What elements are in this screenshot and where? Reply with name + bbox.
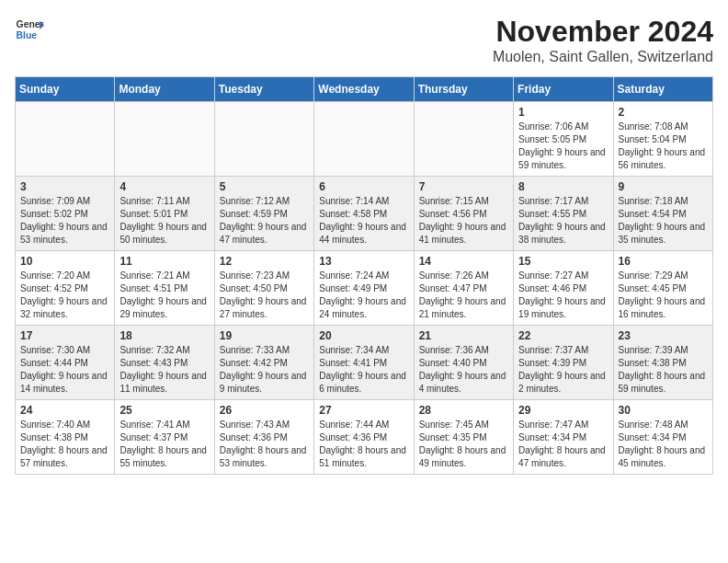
day-number: 21 xyxy=(419,329,508,342)
day-number: 2 xyxy=(619,106,708,119)
calendar-cell: 11Sunrise: 7:21 AM Sunset: 4:51 PM Dayli… xyxy=(115,251,214,326)
calendar-cell xyxy=(214,102,313,177)
calendar-cell: 20Sunrise: 7:34 AM Sunset: 4:41 PM Dayli… xyxy=(314,326,414,400)
calendar-cell: 23Sunrise: 7:39 AM Sunset: 4:38 PM Dayli… xyxy=(613,326,712,400)
day-number: 10 xyxy=(20,255,109,268)
month-title: November 2024 xyxy=(493,15,713,49)
day-info: Sunrise: 7:17 AM Sunset: 4:55 PM Dayligh… xyxy=(518,195,608,247)
day-info: Sunrise: 7:06 AM Sunset: 5:05 PM Dayligh… xyxy=(518,121,608,172)
week-row-1: 1Sunrise: 7:06 AM Sunset: 5:05 PM Daylig… xyxy=(16,102,713,177)
day-number: 29 xyxy=(518,404,608,417)
day-info: Sunrise: 7:30 AM Sunset: 4:44 PM Dayligh… xyxy=(20,344,109,396)
weekday-header-monday: Monday xyxy=(115,77,214,102)
calendar-cell: 26Sunrise: 7:43 AM Sunset: 4:36 PM Dayli… xyxy=(214,400,313,475)
calendar-cell: 27Sunrise: 7:44 AM Sunset: 4:36 PM Dayli… xyxy=(314,400,414,475)
calendar-cell: 9Sunrise: 7:18 AM Sunset: 4:54 PM Daylig… xyxy=(613,177,712,251)
calendar-cell xyxy=(314,102,414,177)
calendar-cell: 19Sunrise: 7:33 AM Sunset: 4:42 PM Dayli… xyxy=(214,326,313,400)
day-number: 1 xyxy=(518,106,608,119)
logo-icon: General Blue xyxy=(15,15,44,44)
weekday-header-friday: Friday xyxy=(514,77,613,102)
day-info: Sunrise: 7:43 AM Sunset: 4:36 PM Dayligh… xyxy=(220,419,309,470)
weekday-header-saturday: Saturday xyxy=(613,77,712,102)
day-number: 8 xyxy=(518,180,608,193)
logo: General Blue xyxy=(15,15,44,44)
day-number: 17 xyxy=(20,329,109,342)
page-header: General Blue November 2024 Muolen, Saint… xyxy=(15,15,713,65)
weekday-header-tuesday: Tuesday xyxy=(214,77,313,102)
day-number: 6 xyxy=(319,180,408,193)
calendar-cell xyxy=(414,102,513,177)
weekday-header-row: SundayMondayTuesdayWednesdayThursdayFrid… xyxy=(16,77,713,102)
calendar-cell: 21Sunrise: 7:36 AM Sunset: 4:40 PM Dayli… xyxy=(414,326,513,400)
day-number: 20 xyxy=(319,329,408,342)
calendar-cell: 10Sunrise: 7:20 AM Sunset: 4:52 PM Dayli… xyxy=(16,251,115,326)
day-info: Sunrise: 7:24 AM Sunset: 4:49 PM Dayligh… xyxy=(319,270,408,321)
calendar-cell: 3Sunrise: 7:09 AM Sunset: 5:02 PM Daylig… xyxy=(16,177,115,251)
day-info: Sunrise: 7:27 AM Sunset: 4:46 PM Dayligh… xyxy=(518,270,608,321)
day-number: 26 xyxy=(220,404,309,417)
day-info: Sunrise: 7:44 AM Sunset: 4:36 PM Dayligh… xyxy=(319,419,408,470)
calendar-cell xyxy=(16,102,115,177)
day-info: Sunrise: 7:18 AM Sunset: 4:54 PM Dayligh… xyxy=(619,195,708,247)
day-info: Sunrise: 7:36 AM Sunset: 4:40 PM Dayligh… xyxy=(419,344,508,396)
day-info: Sunrise: 7:21 AM Sunset: 4:51 PM Dayligh… xyxy=(119,270,209,321)
week-row-5: 24Sunrise: 7:40 AM Sunset: 4:38 PM Dayli… xyxy=(16,400,713,475)
calendar-cell: 22Sunrise: 7:37 AM Sunset: 4:39 PM Dayli… xyxy=(514,326,613,400)
day-info: Sunrise: 7:08 AM Sunset: 5:04 PM Dayligh… xyxy=(619,121,708,172)
week-row-4: 17Sunrise: 7:30 AM Sunset: 4:44 PM Dayli… xyxy=(16,326,713,400)
day-info: Sunrise: 7:33 AM Sunset: 4:42 PM Dayligh… xyxy=(220,344,309,396)
day-number: 5 xyxy=(220,180,309,193)
day-info: Sunrise: 7:15 AM Sunset: 4:56 PM Dayligh… xyxy=(419,195,508,247)
day-info: Sunrise: 7:39 AM Sunset: 4:38 PM Dayligh… xyxy=(619,344,708,396)
day-number: 23 xyxy=(619,329,708,342)
day-info: Sunrise: 7:40 AM Sunset: 4:38 PM Dayligh… xyxy=(20,419,109,470)
weekday-header-wednesday: Wednesday xyxy=(314,77,414,102)
calendar-cell: 4Sunrise: 7:11 AM Sunset: 5:01 PM Daylig… xyxy=(115,177,214,251)
calendar-cell: 13Sunrise: 7:24 AM Sunset: 4:49 PM Dayli… xyxy=(314,251,414,326)
calendar-cell: 16Sunrise: 7:29 AM Sunset: 4:45 PM Dayli… xyxy=(613,251,712,326)
day-number: 14 xyxy=(419,255,508,268)
title-section: November 2024 Muolen, Saint Gallen, Swit… xyxy=(493,15,713,65)
day-number: 28 xyxy=(419,404,508,417)
calendar-cell: 12Sunrise: 7:23 AM Sunset: 4:50 PM Dayli… xyxy=(214,251,313,326)
weekday-header-thursday: Thursday xyxy=(414,77,513,102)
day-number: 4 xyxy=(119,180,209,193)
day-number: 19 xyxy=(220,329,309,342)
day-info: Sunrise: 7:32 AM Sunset: 4:43 PM Dayligh… xyxy=(119,344,209,396)
calendar-cell: 24Sunrise: 7:40 AM Sunset: 4:38 PM Dayli… xyxy=(16,400,115,475)
day-number: 16 xyxy=(619,255,708,268)
day-number: 3 xyxy=(20,180,109,193)
calendar-cell: 18Sunrise: 7:32 AM Sunset: 4:43 PM Dayli… xyxy=(115,326,214,400)
day-info: Sunrise: 7:26 AM Sunset: 4:47 PM Dayligh… xyxy=(419,270,508,321)
day-info: Sunrise: 7:41 AM Sunset: 4:37 PM Dayligh… xyxy=(119,419,209,470)
week-row-2: 3Sunrise: 7:09 AM Sunset: 5:02 PM Daylig… xyxy=(16,177,713,251)
day-number: 11 xyxy=(119,255,209,268)
calendar-cell: 7Sunrise: 7:15 AM Sunset: 4:56 PM Daylig… xyxy=(414,177,513,251)
day-number: 9 xyxy=(619,180,708,193)
day-number: 15 xyxy=(518,255,608,268)
calendar-cell: 28Sunrise: 7:45 AM Sunset: 4:35 PM Dayli… xyxy=(414,400,513,475)
day-number: 30 xyxy=(619,404,708,417)
calendar-cell: 30Sunrise: 7:48 AM Sunset: 4:34 PM Dayli… xyxy=(613,400,712,475)
calendar-cell: 8Sunrise: 7:17 AM Sunset: 4:55 PM Daylig… xyxy=(514,177,613,251)
calendar-cell: 6Sunrise: 7:14 AM Sunset: 4:58 PM Daylig… xyxy=(314,177,414,251)
day-number: 12 xyxy=(220,255,309,268)
day-number: 24 xyxy=(20,404,109,417)
calendar-cell: 5Sunrise: 7:12 AM Sunset: 4:59 PM Daylig… xyxy=(214,177,313,251)
day-info: Sunrise: 7:09 AM Sunset: 5:02 PM Dayligh… xyxy=(20,195,109,247)
calendar-cell xyxy=(115,102,214,177)
day-number: 22 xyxy=(518,329,608,342)
calendar-table: SundayMondayTuesdayWednesdayThursdayFrid… xyxy=(15,76,713,475)
day-info: Sunrise: 7:11 AM Sunset: 5:01 PM Dayligh… xyxy=(119,195,209,247)
calendar-cell: 14Sunrise: 7:26 AM Sunset: 4:47 PM Dayli… xyxy=(414,251,513,326)
calendar-cell: 1Sunrise: 7:06 AM Sunset: 5:05 PM Daylig… xyxy=(514,102,613,177)
day-info: Sunrise: 7:37 AM Sunset: 4:39 PM Dayligh… xyxy=(518,344,608,396)
day-number: 25 xyxy=(119,404,209,417)
calendar-cell: 25Sunrise: 7:41 AM Sunset: 4:37 PM Dayli… xyxy=(115,400,214,475)
location-title: Muolen, Saint Gallen, Switzerland xyxy=(493,49,713,65)
day-info: Sunrise: 7:45 AM Sunset: 4:35 PM Dayligh… xyxy=(419,419,508,470)
calendar-cell: 29Sunrise: 7:47 AM Sunset: 4:34 PM Dayli… xyxy=(514,400,613,475)
day-number: 13 xyxy=(319,255,408,268)
calendar-cell: 2Sunrise: 7:08 AM Sunset: 5:04 PM Daylig… xyxy=(613,102,712,177)
